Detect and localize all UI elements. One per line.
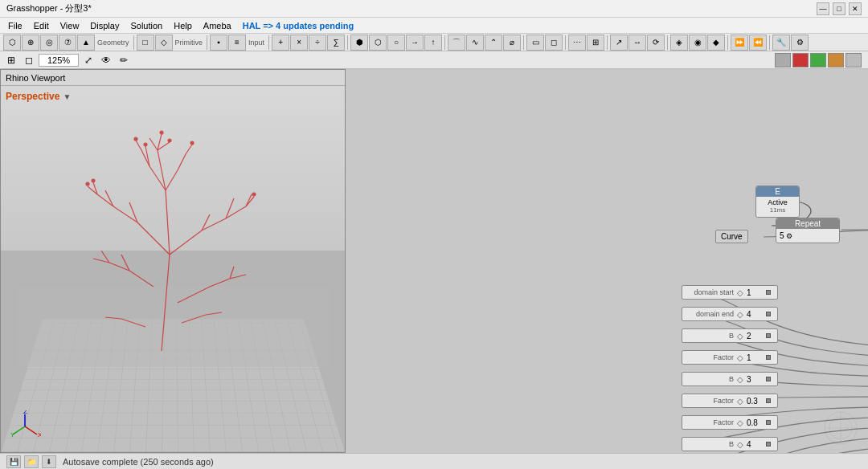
tb-btn-f3[interactable]: ⟳ — [647, 35, 665, 51]
perspective-dropdown-icon[interactable]: ▼ — [63, 92, 71, 101]
tb-btn-b2[interactable]: ⬡ — [369, 35, 387, 51]
svg-line-6 — [97, 194, 113, 206]
curve-param[interactable]: Curve — [715, 230, 748, 243]
app-title: Grasshopper - 分型3* — [6, 2, 92, 14]
menu-view[interactable]: View — [55, 19, 84, 32]
tb-btn-a2[interactable]: × — [290, 35, 308, 51]
minimize-btn[interactable]: — — [817, 2, 829, 15]
input-btn-1[interactable]: ▪ — [210, 35, 227, 51]
tb-btn-g3[interactable]: ◆ — [707, 35, 725, 51]
svg-line-12 — [226, 198, 234, 218]
menu-solution[interactable]: Solution — [125, 19, 167, 32]
tb-btn-f2[interactable]: ↔ — [628, 35, 646, 51]
close-btn[interactable]: ✕ — [849, 2, 862, 15]
svg-text:X: X — [38, 431, 41, 438]
slider-5[interactable]: Factor ◇ 0.3 — [682, 394, 778, 408]
tb-btn-a4[interactable]: ∑ — [327, 35, 345, 51]
color-btn-orange[interactable] — [828, 53, 844, 67]
svg-line-28 — [210, 279, 230, 287]
save-icon-1[interactable]: 💾 — [6, 455, 21, 468]
viewport-canvas[interactable]: Perspective ▼ — [1, 86, 345, 452]
tb-btn-h1[interactable]: ⏩ — [731, 35, 748, 51]
active-node[interactable]: E Active 11ms — [755, 186, 800, 218]
title-bar: Grasshopper - 分型3* — □ ✕ — [0, 0, 868, 18]
tb-btn-i2[interactable]: ⚙ — [791, 35, 809, 51]
slider-0-val: 1 — [747, 288, 763, 297]
grid-toggle-btn[interactable]: ⊞ — [3, 53, 19, 67]
visibility-btn[interactable]: 👁 — [98, 53, 114, 67]
geo-btn-1[interactable]: ⬡ — [3, 35, 21, 51]
geo-btn-3[interactable]: ◎ — [40, 35, 58, 51]
tb-btn-a1[interactable]: + — [272, 35, 289, 51]
perspective-label: Perspective — [6, 91, 59, 102]
slider-4[interactable]: B ◇ 3 — [682, 372, 778, 386]
tb-btn-e2[interactable]: ⊞ — [587, 35, 604, 51]
zoom-fit-btn[interactable]: ⤢ — [80, 53, 96, 67]
slider-6[interactable]: Factor ◇ 0.8 — [682, 415, 778, 430]
slider-7-diamond: ◇ — [737, 440, 743, 449]
geo-btn-5[interactable]: ▲ — [77, 35, 95, 51]
tb-btn-d2[interactable]: ◻ — [545, 35, 563, 51]
geo-btn-4[interactable]: ⑦ — [59, 35, 76, 51]
menu-file[interactable]: File — [3, 19, 27, 32]
status-bar: 💾 📁 ⬇ Autosave complete (250 seconds ago… — [0, 453, 868, 469]
save-icon-2[interactable]: 📁 — [24, 455, 39, 468]
menu-display[interactable]: Display — [85, 19, 124, 32]
tb-btn-b3[interactable]: ○ — [387, 35, 405, 51]
slider-0[interactable]: domain start ◇ 1 — [682, 285, 778, 300]
color-btn-light[interactable] — [845, 53, 862, 67]
tb-btn-a3[interactable]: ÷ — [309, 35, 326, 51]
svg-line-2 — [166, 190, 170, 255]
slider-5-name: Factor — [686, 397, 734, 405]
slider-2-val: 2 — [747, 332, 763, 341]
menu-help[interactable]: Help — [169, 19, 197, 32]
slider-1[interactable]: domain end ◇ 4 — [682, 307, 778, 321]
tb-btn-b1[interactable]: ⬢ — [350, 35, 368, 51]
slider-6-name: Factor — [686, 418, 734, 426]
repeat-body: 5 ⚙ — [776, 229, 839, 243]
snap-btn[interactable]: ◻ — [21, 53, 37, 67]
slider-7[interactable]: B ◇ 4 — [682, 437, 778, 451]
svg-line-36 — [186, 145, 192, 154]
color-btn-gray[interactable] — [775, 53, 791, 67]
slider-2[interactable]: B ◇ 2 — [682, 328, 778, 343]
tb-btn-h2[interactable]: ⏪ — [749, 35, 767, 51]
tb-btn-g2[interactable]: ◉ — [689, 35, 706, 51]
color-btn-red[interactable] — [792, 53, 809, 67]
viewport: Rhino Viewport Perspective ▼ — [0, 69, 346, 453]
menu-ameba[interactable]: Ameba — [199, 19, 236, 32]
slider-4-val: 3 — [747, 375, 763, 384]
tb-btn-i1[interactable]: 🔧 — [772, 35, 790, 51]
tb-btn-d1[interactable]: ▭ — [526, 35, 544, 51]
input-btn-2[interactable]: ≡ — [228, 35, 246, 51]
prim-btn-1[interactable]: □ — [137, 35, 154, 51]
svg-point-44 — [134, 137, 137, 141]
repeat-node[interactable]: Repeat 5 ⚙ — [776, 218, 840, 243]
tb-btn-g1[interactable]: ◈ — [670, 35, 688, 51]
slider-7-val: 4 — [747, 440, 763, 449]
tb-btn-c2[interactable]: ∿ — [466, 35, 484, 51]
zoom-display[interactable]: 125% — [39, 54, 79, 67]
tb-btn-f1[interactable]: ↗ — [610, 35, 628, 51]
svg-point-47 — [160, 131, 163, 134]
maximize-btn[interactable]: □ — [833, 2, 845, 15]
menu-edit[interactable]: Edit — [29, 19, 54, 32]
geo-btn-2[interactable]: ⊕ — [22, 35, 39, 51]
tb-btn-c3[interactable]: ⌃ — [485, 35, 502, 51]
viewport-header: Rhino Viewport — [1, 70, 345, 86]
tb-btn-e1[interactable]: ⋯ — [568, 35, 586, 51]
menu-hal[interactable]: HAL => 4 updates pending — [238, 19, 359, 32]
tb-btn-c1[interactable]: ⌒ — [448, 35, 465, 51]
prim-btn-2[interactable]: ◇ — [155, 35, 173, 51]
color-btn-green[interactable] — [810, 53, 826, 67]
gh-canvas[interactable]: E Active 11ms Curve Repeat 5 ⚙ Loop Star… — [346, 69, 868, 453]
save-icon-3[interactable]: ⬇ — [42, 455, 56, 468]
draw-btn[interactable]: ✏ — [116, 53, 132, 67]
tb-btn-b4[interactable]: → — [406, 35, 424, 51]
slider-0-name: domain start — [686, 288, 734, 296]
slider-5-diamond: ◇ — [737, 397, 743, 406]
svg-line-29 — [230, 275, 246, 279]
tb-btn-c4[interactable]: ⌀ — [503, 35, 521, 51]
slider-3[interactable]: Factor ◇ 1 — [682, 350, 778, 365]
tb-btn-b5[interactable]: ↑ — [424, 35, 442, 51]
